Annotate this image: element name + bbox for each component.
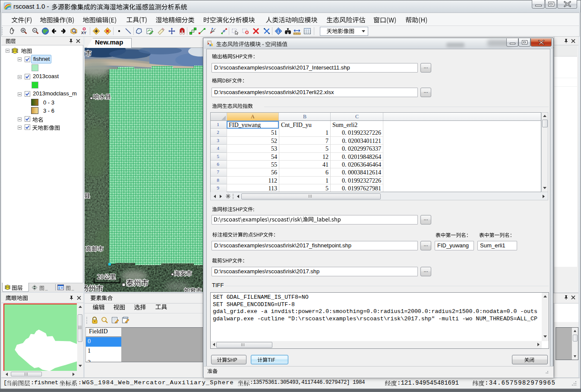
svg-text:i: i — [278, 29, 279, 34]
svg-text:XY: XY — [81, 31, 86, 35]
